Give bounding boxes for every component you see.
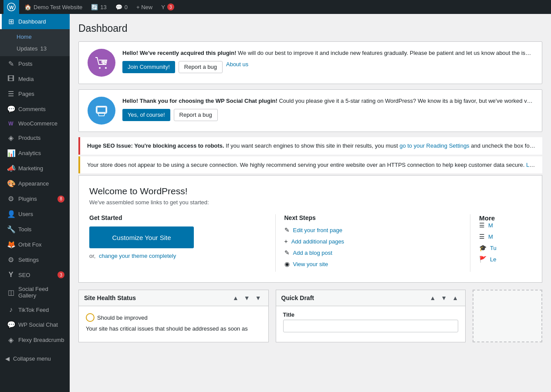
dashboard-submenu: Home Updates 13 [0,29,70,56]
more-list: ☰ M ☰ M 🎓 Tu [479,222,531,263]
site-health-widget: Site Health Status ▲ ▼ ▼ Should be impro… [78,290,269,342]
more-item-2[interactable]: ☰ M [479,233,531,240]
quick-draft-up[interactable]: ▲ [428,294,437,302]
sidebar-item-analytics[interactable]: 📊 Analytics [0,145,70,161]
more-col: More ☰ M ☰ M 🎓 [479,214,531,272]
about-us-link[interactable]: About us [226,61,248,73]
report-bug-button-1[interactable]: Report a bug [179,61,223,73]
products-icon: ◈ [7,134,15,142]
sidebar-item-media[interactable]: 🎞 Media [0,71,70,86]
sidebar-item-woocommerce[interactable]: W WooCommerce [0,117,70,130]
welcome-panel: Welcome to WordPress! We've assembled so… [78,175,542,283]
site-health-down[interactable]: ▼ [242,294,252,302]
sidebar: ⊞ Dashboard Home Updates 13 ✎ Posts 🎞 Me… [0,14,70,392]
page-title: Dashboard [78,23,542,34]
customize-site-button[interactable]: Customize Your Site [89,226,194,248]
svg-text:W: W [9,5,14,10]
more-icon-3: 🎓 [479,244,487,251]
social-feed-icon: ◫ [7,288,15,297]
sidebar-item-home[interactable]: Home [0,31,70,43]
sidebar-item-settings[interactable]: ⚙ Settings [0,252,70,267]
notice1-content: Hello! We've recently acquired this plug… [122,49,533,73]
sidebar-item-posts[interactable]: ✎ Posts [0,56,70,71]
more-icon-2: ☰ [479,233,485,240]
settings-icon: ⚙ [7,256,15,264]
analytics-icon: 📊 [7,149,15,157]
sidebar-item-appearance[interactable]: 🎨 Appearance [0,176,70,191]
seo-icon: Y [7,271,15,279]
sidebar-item-flexy[interactable]: ◈ Flexy Breadcrumb [0,332,70,348]
sidebar-item-social-feed[interactable]: ◫ Social Feed Gallery [0,282,70,302]
col-divider-1 [275,214,276,272]
sidebar-item-updates[interactable]: Updates 13 [0,43,70,54]
next-step-edit-front[interactable]: ✎ Edit your front page [284,226,462,233]
adminbar-home[interactable]: 🏠 Demo Test Website [21,0,86,14]
sidebar-item-plugins[interactable]: ⚙ Plugins 8 [0,191,70,206]
orbit-fox-icon: 🦊 [7,240,15,249]
change-theme-link[interactable]: change your theme completely [99,253,176,259]
title-input[interactable] [283,320,459,332]
more-item-4[interactable]: 🚩 Le [479,256,531,263]
site-health-body: Should be improved Your site has critica… [79,306,268,339]
adminbar-new[interactable]: + New [133,0,156,14]
users-icon: 👤 [7,210,15,218]
report-bug-button-2[interactable]: Report a bug [174,109,218,121]
dashboard-wrap: Dashboard Hello! We've recently acquired… [78,23,542,342]
tools-icon: 🔧 [7,225,15,233]
next-step-add-pages[interactable]: + Add additional pages [284,238,462,245]
sidebar-item-comments[interactable]: 💬 Comments [0,101,70,117]
https-warning-banner: Your store does not appear to be using a… [78,156,542,174]
wp-wrap: ⊞ Dashboard Home Updates 13 ✎ Posts 🎞 Me… [0,0,551,392]
sidebar-item-dashboard[interactable]: ⊞ Dashboard [0,14,70,29]
reading-settings-link[interactable]: go to your Reading Settings [399,142,469,149]
learn-more-link[interactable]: Learn m... [526,162,535,168]
comments-icon: 💬 [115,4,122,10]
notice2-actions: Yes, of course! Report a bug [122,109,533,121]
welcome-title: Welcome to WordPress! [89,186,531,196]
site-health-close[interactable]: ▼ [254,294,263,302]
add-blog-icon: ✎ [284,249,290,256]
get-started-col: Get Started Customize Your Site or, chan… [89,214,267,272]
wp-logo[interactable]: W [3,0,19,14]
admin-menu: ⊞ Dashboard Home Updates 13 ✎ Posts 🎞 Me… [0,14,70,348]
quick-draft-down[interactable]: ▼ [439,294,449,302]
sidebar-item-seo[interactable]: Y SEO 3 [0,267,70,282]
pages-icon: ☰ [7,90,15,98]
next-step-add-blog[interactable]: ✎ Add a blog post [284,249,462,256]
sidebar-item-pages[interactable]: ☰ Pages [0,86,70,101]
notice2-icon [88,97,115,125]
sidebar-item-tiktok[interactable]: ♪ TikTok Feed [0,302,70,317]
more-item-3[interactable]: 🎓 Tu [479,244,531,251]
wp-social-chat-icon: 💬 [7,321,15,329]
seo-alert-text: Huge SEO Issue: You're blocking access t… [87,142,535,150]
title-field: Title [283,311,459,332]
sidebar-item-products[interactable]: ◈ Products [0,130,70,145]
seo-error-banner: Huge SEO Issue: You're blocking access t… [78,137,542,155]
join-community-button[interactable]: Join Community! [122,61,175,73]
next-step-view-site[interactable]: ◉ View your site [284,260,462,267]
notice1-actions: Join Community! Report a bug About us [122,61,533,73]
collapse-menu-button[interactable]: ◀ Collapse menu [0,352,70,365]
sidebar-item-orbit-fox[interactable]: 🦊 Orbit Fox [0,237,70,252]
adminbar-updates[interactable]: 🔄 13 [88,0,110,14]
notice-plugin-acquisition: Hello! We've recently acquired this plug… [78,41,542,84]
notice-wp-social-chat: Hello! Thank you for choosing the WP Soc… [78,89,542,132]
site-health-title: Site Health Status [84,294,136,301]
adminbar-yoast[interactable]: Y 3 [158,0,178,14]
site-health-description: Your site has critical issues that shoul… [86,325,261,332]
quick-draft-expand[interactable]: ▲ [450,294,460,302]
status-circle-icon [86,313,95,322]
updates-icon: 🔄 [91,4,98,10]
dashboard-widgets: Site Health Status ▲ ▼ ▼ Should be impro… [78,290,542,342]
sidebar-item-tools[interactable]: 🔧 Tools [0,222,70,237]
plugins-icon: ⚙ [7,195,15,203]
site-health-status-label: Should be improved [86,313,261,322]
sidebar-item-users[interactable]: 👤 Users [0,206,70,222]
sidebar-item-wp-social-chat[interactable]: 💬 WP Social Chat [0,317,70,332]
sidebar-item-marketing[interactable]: 📣 Marketing [0,161,70,176]
more-item-1[interactable]: ☰ M [479,222,531,229]
site-health-up[interactable]: ▲ [231,294,240,302]
col-divider-2 [470,214,470,272]
adminbar-comments[interactable]: 💬 0 [112,0,131,14]
yes-of-course-button[interactable]: Yes, of course! [122,109,170,121]
